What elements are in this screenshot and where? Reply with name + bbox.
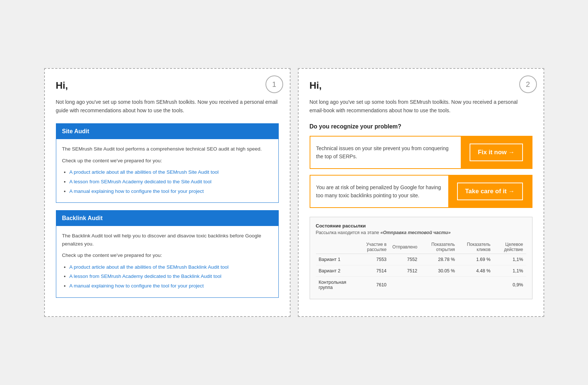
col-sent: Отправлено <box>389 240 420 254</box>
list-item: A product article about all the abilitie… <box>70 168 272 176</box>
fix-it-now-button[interactable]: Fix it now → <box>470 144 523 161</box>
site-audit-body: The SEMrush Site Audit tool performs a c… <box>56 139 278 202</box>
cta-button-area-1: Fix it now → <box>461 137 531 168</box>
table-cell: 7553 <box>355 254 389 265</box>
cta-button-area-2: Take care of it → <box>448 176 532 207</box>
site-audit-link-3[interactable]: A manual explaining how to configure the… <box>70 188 204 194</box>
backlink-audit-links: A product article about all the abilitie… <box>62 263 272 290</box>
list-item: A lesson from SEMrush Academy dedicated … <box>70 272 272 280</box>
backlink-audit-link-1[interactable]: A product article about all the abilitie… <box>70 264 229 270</box>
list-item: A manual explaining how to configure the… <box>70 187 272 195</box>
take-care-button[interactable]: Take care of it → <box>457 183 523 200</box>
right-greeting: Hi, <box>310 80 532 91</box>
site-audit-link-1[interactable]: A product article about all the abilitie… <box>70 169 219 175</box>
backlink-audit-desc: The Backlink Audit tool will help you to… <box>62 232 272 248</box>
table-cell: 7610 <box>355 277 389 293</box>
left-intro: Not long ago you've set up some tools fr… <box>56 98 279 114</box>
site-audit-header: Site Audit <box>56 124 278 139</box>
backlink-audit-link-3[interactable]: A manual explaining how to configure the… <box>70 283 204 289</box>
table-cell: 0,9% <box>493 277 526 293</box>
table-cell <box>389 277 420 293</box>
site-audit-link-2[interactable]: A lesson from SEMrush Academy dedicated … <box>70 179 211 184</box>
table-cell: 28.78 % <box>420 254 458 265</box>
col-participation: Участие в рассылке <box>355 240 389 254</box>
left-greeting: Hi, <box>56 80 279 91</box>
table-cell: 1,1% <box>493 265 526 277</box>
table-cell: 7552 <box>389 254 420 265</box>
table-row: Контрольная группа76100,9% <box>316 277 526 293</box>
col-name <box>316 240 356 254</box>
list-item: A product article about all the abilitie… <box>70 263 272 271</box>
backlink-audit-card: Backlink Audit The Backlink Audit tool w… <box>56 210 279 298</box>
problem-heading: Do you recognize your problem? <box>310 123 532 130</box>
site-audit-title: Site Audit <box>62 128 89 134</box>
right-panel: 2 Hi, Not long ago you've set up some to… <box>298 68 544 317</box>
backlink-audit-title: Backlink Audit <box>62 215 103 221</box>
cta-text-2: You are at risk of being penalized by Go… <box>310 176 448 207</box>
site-audit-links: A product article about all the abilitie… <box>62 168 272 195</box>
stats-box: Состояние рассылки Рассылка находится на… <box>310 217 532 299</box>
table-cell: 7512 <box>389 265 420 277</box>
stats-subtitle-bold: «Отправка тестовой части» <box>380 230 450 235</box>
table-row: Вариант 17553755228.78 %1.69 %1,1% <box>316 254 526 265</box>
table-cell: 7514 <box>355 265 389 277</box>
stats-title: Состояние рассылки <box>316 223 526 229</box>
main-container: 1 Hi, Not long ago you've set up some to… <box>44 68 544 317</box>
list-item: A manual explaining how to configure the… <box>70 282 272 290</box>
backlink-audit-cta-text: Check up the content we've prepared for … <box>62 251 272 259</box>
table-cell: 1,1% <box>493 254 526 265</box>
col-target: Целевое действие <box>493 240 526 254</box>
table-cell: 1.69 % <box>458 254 493 265</box>
table-cell: Вариант 1 <box>316 254 356 265</box>
left-panel: 1 Hi, Not long ago you've set up some to… <box>44 68 291 317</box>
table-cell <box>458 277 493 293</box>
cta-row-2: You are at risk of being penalized by Go… <box>310 175 532 208</box>
table-cell: 30.05 % <box>420 265 458 277</box>
panel-number-left: 1 <box>266 75 283 93</box>
backlink-audit-header: Backlink Audit <box>56 211 278 226</box>
list-item: A lesson from SEMrush Academy dedicated … <box>70 178 272 186</box>
table-header-row: Участие в рассылке Отправлено Показатель… <box>316 240 526 254</box>
table-cell: 4.48 % <box>458 265 493 277</box>
right-intro: Not long ago you've set up some tools fr… <box>310 98 532 114</box>
panel-number-right: 2 <box>519 75 537 93</box>
table-cell: Вариант 2 <box>316 265 356 277</box>
site-audit-cta-text: Check up the content we've prepared for … <box>62 157 272 165</box>
stats-table: Участие в рассылке Отправлено Показатель… <box>316 240 526 293</box>
col-open-rate: Показатель открытия <box>420 240 458 254</box>
backlink-audit-body: The Backlink Audit tool will help you to… <box>56 226 278 297</box>
cta-row-1: Technical issues on your site prevent yo… <box>310 136 532 169</box>
backlink-audit-link-2[interactable]: A lesson from SEMrush Academy dedicated … <box>70 273 221 279</box>
col-click-rate: Показатель кликов <box>458 240 493 254</box>
stats-subtitle: Рассылка находится на этапе «Отправка те… <box>316 230 526 235</box>
site-audit-card: Site Audit The SEMrush Site Audit tool p… <box>56 123 279 203</box>
table-cell <box>420 277 458 293</box>
table-cell: Контрольная группа <box>316 277 356 293</box>
stats-subtitle-prefix: Рассылка находится на этапе <box>316 230 381 235</box>
site-audit-desc: The SEMrush Site Audit tool performs a c… <box>62 145 272 153</box>
cta-text-1: Technical issues on your site prevent yo… <box>310 137 461 168</box>
table-row: Вариант 27514751230.05 %4.48 %1,1% <box>316 265 526 277</box>
